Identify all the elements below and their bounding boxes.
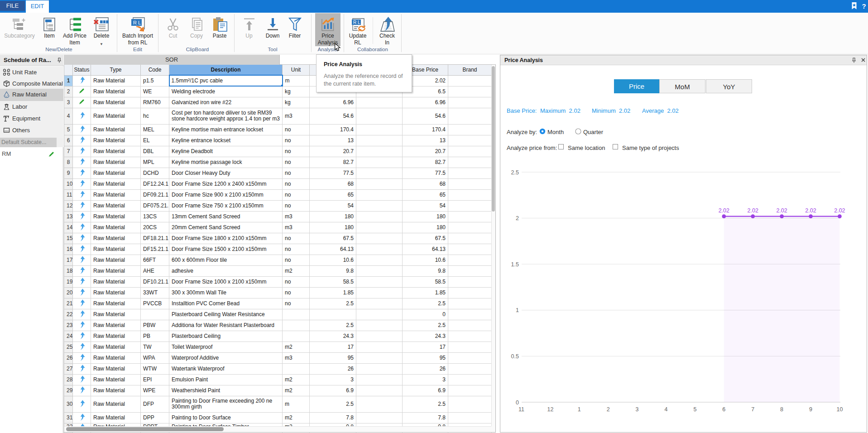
svg-text:0: 0 — [516, 399, 519, 406]
svg-text:1: 1 — [578, 406, 581, 413]
svg-text:1: 1 — [516, 307, 519, 313]
svg-text:2.02: 2.02 — [834, 207, 845, 214]
svg-text:2.02: 2.02 — [805, 207, 816, 214]
svg-text:0.5: 0.5 — [511, 353, 519, 360]
svg-text:6: 6 — [722, 406, 725, 413]
svg-text:2.02: 2.02 — [776, 207, 787, 214]
svg-text:R L: R L — [353, 20, 360, 25]
svg-text:11: 11 — [518, 406, 524, 413]
svg-text:3: 3 — [636, 406, 639, 413]
svg-text:5: 5 — [693, 406, 696, 413]
svg-text:1.5: 1.5 — [511, 261, 519, 268]
svg-text:10: 10 — [836, 406, 843, 413]
svg-text:R L: R L — [133, 20, 141, 25]
svg-text:2: 2 — [607, 406, 610, 413]
svg-text:7: 7 — [751, 406, 754, 413]
svg-text:4: 4 — [665, 406, 668, 413]
svg-text:2.02: 2.02 — [748, 207, 758, 214]
svg-text:2.5: 2.5 — [511, 169, 519, 176]
svg-text:2.02: 2.02 — [719, 207, 729, 214]
svg-text:2: 2 — [516, 215, 519, 221]
svg-text:12: 12 — [547, 406, 553, 413]
svg-text:9: 9 — [809, 406, 812, 413]
svg-text:8: 8 — [780, 406, 783, 413]
